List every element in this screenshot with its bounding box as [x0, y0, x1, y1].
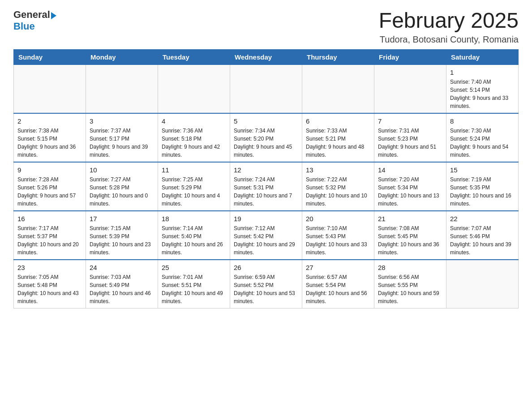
page-header: General Blue February 2025 Tudora, Botos… [13, 9, 519, 45]
calendar-day-cell: 27Sunrise: 6:57 AM Sunset: 5:54 PM Dayli… [302, 260, 374, 308]
calendar-day-cell: 9Sunrise: 7:28 AM Sunset: 5:26 PM Daylig… [14, 162, 86, 211]
calendar-day-cell: 2Sunrise: 7:38 AM Sunset: 5:15 PM Daylig… [14, 113, 86, 162]
title-block: February 2025 Tudora, Botosani County, R… [379, 9, 519, 45]
calendar-day-cell [158, 64, 230, 113]
day-number: 2 [17, 116, 82, 126]
day-info: Sunrise: 7:10 AM Sunset: 5:43 PM Dayligh… [306, 224, 370, 257]
day-info: Sunrise: 7:08 AM Sunset: 5:45 PM Dayligh… [378, 224, 442, 257]
calendar-week-row: 2Sunrise: 7:38 AM Sunset: 5:15 PM Daylig… [14, 113, 519, 162]
day-info: Sunrise: 7:03 AM Sunset: 5:49 PM Dayligh… [90, 273, 154, 305]
calendar-day-cell: 5Sunrise: 7:34 AM Sunset: 5:20 PM Daylig… [230, 113, 302, 162]
calendar-week-row: 16Sunrise: 7:17 AM Sunset: 5:37 PM Dayli… [14, 211, 519, 260]
calendar-day-cell [446, 260, 519, 308]
day-number: 17 [90, 214, 154, 223]
day-info: Sunrise: 7:15 AM Sunset: 5:39 PM Dayligh… [90, 224, 154, 257]
day-number: 16 [17, 214, 82, 223]
calendar-table: SundayMondayTuesdayWednesdayThursdayFrid… [13, 49, 519, 308]
day-number: 26 [234, 263, 298, 272]
calendar-day-cell: 14Sunrise: 7:20 AM Sunset: 5:34 PM Dayli… [374, 162, 446, 211]
calendar-day-cell [302, 64, 374, 113]
calendar-day-cell: 11Sunrise: 7:25 AM Sunset: 5:29 PM Dayli… [158, 162, 230, 211]
calendar-day-cell: 21Sunrise: 7:08 AM Sunset: 5:45 PM Dayli… [374, 211, 446, 260]
day-number: 14 [378, 165, 442, 175]
day-info: Sunrise: 7:40 AM Sunset: 5:14 PM Dayligh… [450, 78, 515, 110]
location-title: Tudora, Botosani County, Romania [379, 34, 519, 45]
day-of-week-header: Monday [86, 49, 158, 64]
day-info: Sunrise: 7:27 AM Sunset: 5:28 PM Dayligh… [90, 176, 154, 208]
calendar-day-cell: 28Sunrise: 6:56 AM Sunset: 5:55 PM Dayli… [374, 260, 446, 308]
calendar-day-cell: 1Sunrise: 7:40 AM Sunset: 5:14 PM Daylig… [446, 64, 519, 113]
day-of-week-header: Wednesday [230, 49, 302, 64]
day-info: Sunrise: 7:24 AM Sunset: 5:31 PM Dayligh… [234, 176, 298, 208]
day-number: 21 [378, 214, 442, 223]
calendar-day-cell: 17Sunrise: 7:15 AM Sunset: 5:39 PM Dayli… [86, 211, 158, 260]
day-number: 19 [234, 214, 298, 223]
day-info: Sunrise: 7:34 AM Sunset: 5:20 PM Dayligh… [234, 127, 298, 159]
calendar-day-cell: 13Sunrise: 7:22 AM Sunset: 5:32 PM Dayli… [302, 162, 374, 211]
day-number: 27 [306, 263, 370, 272]
day-info: Sunrise: 7:22 AM Sunset: 5:32 PM Dayligh… [306, 176, 370, 208]
day-number: 15 [450, 165, 515, 175]
day-number: 24 [90, 263, 154, 272]
calendar-day-cell [14, 64, 86, 113]
calendar-week-row: 9Sunrise: 7:28 AM Sunset: 5:26 PM Daylig… [14, 162, 519, 211]
logo-arrow-icon [51, 12, 56, 19]
day-info: Sunrise: 7:28 AM Sunset: 5:26 PM Dayligh… [17, 176, 82, 208]
calendar-day-cell: 7Sunrise: 7:31 AM Sunset: 5:23 PM Daylig… [374, 113, 446, 162]
logo: General Blue [13, 9, 56, 32]
calendar-day-cell: 20Sunrise: 7:10 AM Sunset: 5:43 PM Dayli… [302, 211, 374, 260]
day-info: Sunrise: 7:01 AM Sunset: 5:51 PM Dayligh… [162, 273, 226, 305]
day-info: Sunrise: 7:30 AM Sunset: 5:24 PM Dayligh… [450, 127, 515, 159]
calendar-day-cell [374, 64, 446, 113]
day-info: Sunrise: 7:05 AM Sunset: 5:48 PM Dayligh… [17, 273, 82, 305]
day-info: Sunrise: 7:33 AM Sunset: 5:21 PM Dayligh… [306, 127, 370, 159]
day-info: Sunrise: 6:57 AM Sunset: 5:54 PM Dayligh… [306, 273, 370, 305]
day-of-week-header: Friday [374, 49, 446, 64]
day-number: 8 [450, 116, 515, 126]
logo-general-text: General [13, 9, 50, 21]
day-number: 10 [90, 165, 154, 175]
calendar-day-cell: 8Sunrise: 7:30 AM Sunset: 5:24 PM Daylig… [446, 113, 519, 162]
calendar-day-cell: 23Sunrise: 7:05 AM Sunset: 5:48 PM Dayli… [14, 260, 86, 308]
calendar-day-cell: 3Sunrise: 7:37 AM Sunset: 5:17 PM Daylig… [86, 113, 158, 162]
day-info: Sunrise: 7:12 AM Sunset: 5:42 PM Dayligh… [234, 224, 298, 257]
calendar-day-cell: 12Sunrise: 7:24 AM Sunset: 5:31 PM Dayli… [230, 162, 302, 211]
calendar-day-cell: 19Sunrise: 7:12 AM Sunset: 5:42 PM Dayli… [230, 211, 302, 260]
calendar-day-cell: 4Sunrise: 7:36 AM Sunset: 5:18 PM Daylig… [158, 113, 230, 162]
calendar-day-cell [230, 64, 302, 113]
calendar-day-cell: 6Sunrise: 7:33 AM Sunset: 5:21 PM Daylig… [302, 113, 374, 162]
calendar-day-cell: 18Sunrise: 7:14 AM Sunset: 5:40 PM Dayli… [158, 211, 230, 260]
day-number: 1 [450, 68, 515, 77]
day-number: 6 [306, 116, 370, 126]
day-number: 4 [162, 116, 226, 126]
day-number: 18 [162, 214, 226, 223]
day-number: 22 [450, 214, 515, 223]
calendar-week-row: 23Sunrise: 7:05 AM Sunset: 5:48 PM Dayli… [14, 260, 519, 308]
day-number: 20 [306, 214, 370, 223]
day-info: Sunrise: 6:59 AM Sunset: 5:52 PM Dayligh… [234, 273, 298, 305]
day-number: 25 [162, 263, 226, 272]
calendar-day-cell: 26Sunrise: 6:59 AM Sunset: 5:52 PM Dayli… [230, 260, 302, 308]
day-info: Sunrise: 7:19 AM Sunset: 5:35 PM Dayligh… [450, 176, 515, 208]
month-title: February 2025 [379, 9, 519, 33]
day-of-week-header: Tuesday [158, 49, 230, 64]
calendar-day-cell: 24Sunrise: 7:03 AM Sunset: 5:49 PM Dayli… [86, 260, 158, 308]
logo-blue-text: Blue [13, 21, 56, 32]
day-info: Sunrise: 6:56 AM Sunset: 5:55 PM Dayligh… [378, 273, 442, 305]
calendar-day-cell: 15Sunrise: 7:19 AM Sunset: 5:35 PM Dayli… [446, 162, 519, 211]
day-number: 28 [378, 263, 442, 272]
day-info: Sunrise: 7:37 AM Sunset: 5:17 PM Dayligh… [90, 127, 154, 159]
day-number: 23 [17, 263, 82, 272]
calendar-day-cell [86, 64, 158, 113]
day-info: Sunrise: 7:31 AM Sunset: 5:23 PM Dayligh… [378, 127, 442, 159]
calendar-week-row: 1Sunrise: 7:40 AM Sunset: 5:14 PM Daylig… [14, 64, 519, 113]
calendar-day-cell: 25Sunrise: 7:01 AM Sunset: 5:51 PM Dayli… [158, 260, 230, 308]
day-info: Sunrise: 7:38 AM Sunset: 5:15 PM Dayligh… [17, 127, 82, 159]
day-info: Sunrise: 7:25 AM Sunset: 5:29 PM Dayligh… [162, 176, 226, 208]
day-number: 9 [17, 165, 82, 175]
day-number: 7 [378, 116, 442, 126]
day-number: 12 [234, 165, 298, 175]
calendar-day-cell: 10Sunrise: 7:27 AM Sunset: 5:28 PM Dayli… [86, 162, 158, 211]
day-info: Sunrise: 7:36 AM Sunset: 5:18 PM Dayligh… [162, 127, 226, 159]
day-number: 11 [162, 165, 226, 175]
